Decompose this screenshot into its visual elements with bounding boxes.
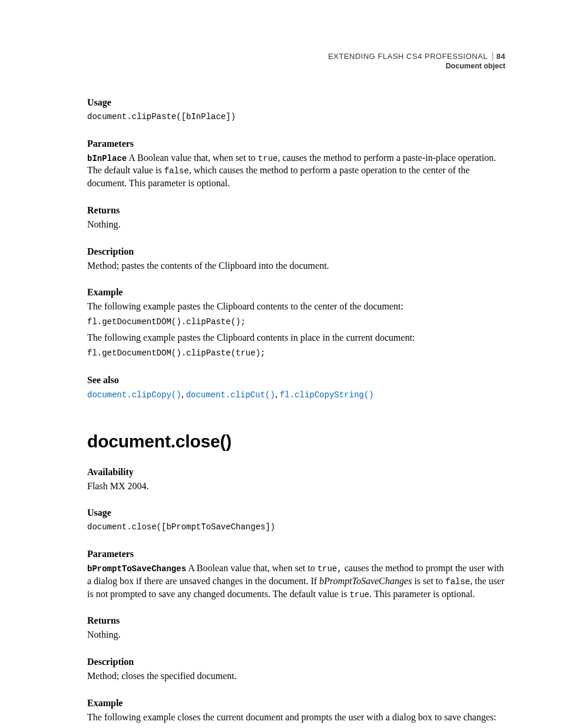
header-top-row: EXTENDING FLASH CS4 PROFESSIONAL 84 [87,52,505,61]
returns-text: Nothing. [87,218,505,231]
parameters-label: Parameters [87,139,505,149]
header-title: EXTENDING FLASH CS4 PROFESSIONAL [328,52,488,61]
description-label-2: Description [87,657,505,667]
param-name-bprompt: bPromptToSaveChanges [87,564,186,574]
returns-label: Returns [87,205,505,216]
header-subtitle: Document object [87,62,505,70]
example-code-2: fl.getDocumentDOM().clipPaste(true); [87,348,505,360]
page-header: EXTENDING FLASH CS4 PROFESSIONAL 84 Docu… [87,52,505,70]
description-text: Method; pastes the contents of the Clipb… [87,259,505,272]
method-title: document.close() [87,431,505,452]
usage-code-2: document.close([bPromptToSaveChanges]) [87,522,505,533]
param-description: bInPlace A Boolean value that, when set … [87,151,505,190]
availability-text: Flash MX 2004. [87,480,505,493]
example-intro-1: The following example pastes the Clipboa… [87,300,505,313]
returns-label-2: Returns [87,615,505,626]
example-intro-2-1: The following example closes the current… [87,711,505,724]
example-code-1: fl.getDocumentDOM().clipPaste(); [87,317,505,328]
param-name-binplace: bInPlace [87,154,127,163]
link-clipcopystring[interactable]: fl.clipCopyString() [280,390,374,400]
usage-label: Usage [87,97,505,108]
page-number: 84 [492,52,505,61]
description-text-2: Method; closes the specified document. [87,670,505,683]
availability-label: Availability [87,467,505,477]
link-clipcut[interactable]: document.clipCut() [186,390,275,400]
example-label: Example [87,287,505,298]
seealso-links: document.clipCopy(), document.clipCut(),… [87,389,505,400]
usage-code: document.clipPaste([bInPlace]) [87,111,505,123]
returns-text-2: Nothing. [87,628,505,641]
usage-label-2: Usage [87,508,505,518]
example-intro-2: The following example pastes the Clipboa… [87,331,505,344]
param-description-2: bPromptToSaveChanges A Boolean value tha… [87,562,505,601]
link-clipcopy[interactable]: document.clipCopy() [87,390,181,400]
parameters-label-2: Parameters [87,549,505,559]
seealso-label: See also [87,375,505,386]
page-container: EXTENDING FLASH CS4 PROFESSIONAL 84 Docu… [0,0,562,728]
description-label: Description [87,246,505,257]
example-label-2: Example [87,698,505,709]
